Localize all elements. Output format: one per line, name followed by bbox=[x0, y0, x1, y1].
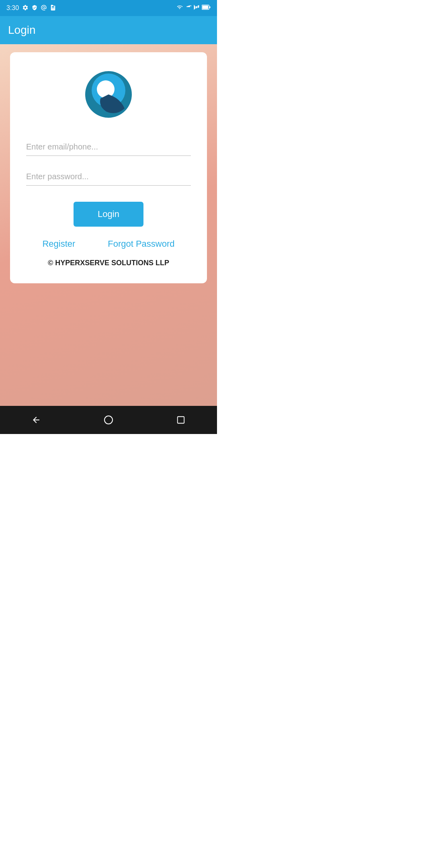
battery-icon bbox=[202, 4, 211, 12]
svg-rect-0 bbox=[186, 4, 192, 10]
links-row: Register Forgot Password bbox=[26, 239, 191, 249]
app-bar: Login bbox=[0, 16, 217, 44]
svg-rect-9 bbox=[178, 417, 184, 424]
email-form-group bbox=[26, 138, 191, 156]
app-logo bbox=[82, 68, 135, 121]
settings-icon bbox=[22, 4, 29, 12]
svg-point-8 bbox=[104, 416, 113, 424]
password-form-group bbox=[26, 168, 191, 186]
login-button[interactable]: Login bbox=[74, 202, 143, 227]
forgot-password-link[interactable]: Forgot Password bbox=[108, 239, 174, 249]
nav-back-button[interactable] bbox=[26, 410, 46, 430]
status-bar-right bbox=[176, 4, 211, 12]
at-icon bbox=[41, 4, 47, 12]
sim-icon bbox=[50, 4, 56, 12]
email-input[interactable] bbox=[26, 138, 191, 156]
main-content: Login Register Forgot Password © HYPERXS… bbox=[0, 44, 217, 406]
shield-icon bbox=[32, 4, 37, 12]
login-card: Login Register Forgot Password © HYPERXS… bbox=[10, 52, 207, 283]
nav-home-button[interactable] bbox=[98, 410, 119, 430]
status-bar: 3:30 bbox=[0, 0, 217, 16]
time-display: 3:30 bbox=[6, 4, 19, 12]
svg-point-7 bbox=[100, 84, 106, 91]
password-input[interactable] bbox=[26, 168, 191, 186]
svg-rect-3 bbox=[209, 6, 210, 8]
svg-rect-2 bbox=[202, 6, 208, 9]
register-link[interactable]: Register bbox=[42, 239, 75, 249]
signal-icon bbox=[186, 4, 199, 12]
logo-container bbox=[82, 68, 135, 122]
app-bar-title: Login bbox=[8, 24, 36, 37]
nav-recents-button[interactable] bbox=[171, 410, 191, 430]
wifi-icon bbox=[176, 4, 183, 12]
copyright-text: © HYPERXSERVE SOLUTIONS LLP bbox=[48, 259, 169, 267]
status-bar-left: 3:30 bbox=[6, 4, 56, 12]
nav-bar bbox=[0, 406, 217, 434]
